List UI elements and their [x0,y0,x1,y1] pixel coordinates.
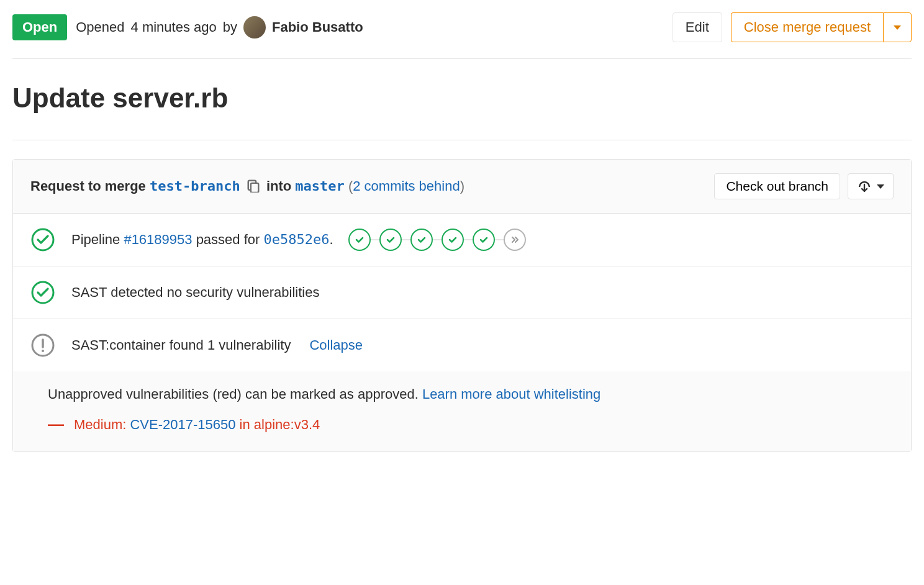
sast-section: SAST detected no security vulnerabilitie… [13,266,911,319]
cve-link[interactable]: CVE-2017-15650 [130,417,235,432]
minus-icon: — [48,415,59,434]
pipeline-stage[interactable] [473,229,495,251]
vuln-location: in alpine:v3.4 [236,417,320,432]
caret-down-icon [877,184,884,189]
pipeline-stage-skipped[interactable] [504,229,526,251]
sast-container-text: SAST:container found 1 vulnerability [71,337,291,353]
caret-down-icon [894,25,901,30]
vuln-severity: Medium: [74,417,130,432]
pipeline-stages [348,229,526,251]
success-icon [30,280,55,305]
close-dropdown-button[interactable] [883,12,912,42]
pipeline-stage[interactable] [348,229,371,251]
avatar[interactable] [243,16,266,39]
opened-prefix: Opened [76,19,124,35]
success-icon [30,227,55,252]
into-label: into [266,178,295,194]
pipeline-section: Pipeline #16189953 passed for 0e5852e6. [13,214,911,266]
opened-info: Opened 4 minutes ago by Fabio Busatto [76,16,363,39]
merge-source-section: Request to merge test-branch into master… [13,160,911,214]
opened-by: by [223,19,237,35]
pipeline-id-link[interactable]: #16189953 [124,232,192,247]
warning-icon [30,333,55,358]
mr-widget: Request to merge test-branch into master… [12,159,912,452]
commits-behind-link[interactable]: 2 commits behind [353,178,460,194]
svg-rect-1 [251,183,258,193]
merge-label: Request to merge [30,178,150,194]
author-name[interactable]: Fabio Busatto [272,19,363,35]
download-dropdown-button[interactable] [848,173,894,199]
close-merge-request-button[interactable]: Close merge request [731,12,883,42]
opened-time: 4 minutes ago [131,19,217,35]
chevron-double-right-icon [509,234,520,245]
pipeline-sha-link[interactable]: 0e5852e6 [263,232,329,247]
pipeline-prefix: Pipeline [71,232,124,247]
copy-icon[interactable] [247,179,260,193]
pipeline-stage[interactable] [379,229,402,251]
close-button-group: Close merge request [731,12,912,42]
pipeline-stage[interactable] [442,229,464,251]
whitelisting-link[interactable]: Learn more about whitelisting [422,386,600,402]
pipeline-suffix: . [329,232,333,247]
svg-point-6 [42,350,44,352]
checkout-branch-button[interactable]: Check out branch [714,173,840,199]
pipeline-mid: passed for [192,232,264,247]
behind-close: ) [460,178,464,194]
vulnerability-item: — Medium: CVE-2017-15650 in alpine:v3.4 [48,415,894,434]
target-branch[interactable]: master [295,178,344,194]
mr-header: Open Opened 4 minutes ago by Fabio Busat… [12,12,912,59]
download-icon [857,179,872,193]
pipeline-stage[interactable] [410,229,433,251]
vulnerability-details: Unapproved vulnerabilities (red) can be … [13,371,911,451]
status-badge: Open [12,14,67,40]
sast-text: SAST detected no security vulnerabilitie… [71,284,319,301]
vuln-note: Unapproved vulnerabilities (red) can be … [48,386,422,402]
page-title: Update server.rb [12,59,912,140]
edit-button[interactable]: Edit [673,12,722,42]
sast-container-section: SAST:container found 1 vulnerability Col… [13,319,911,371]
collapse-link[interactable]: Collapse [309,337,363,353]
source-branch[interactable]: test-branch [150,178,240,194]
